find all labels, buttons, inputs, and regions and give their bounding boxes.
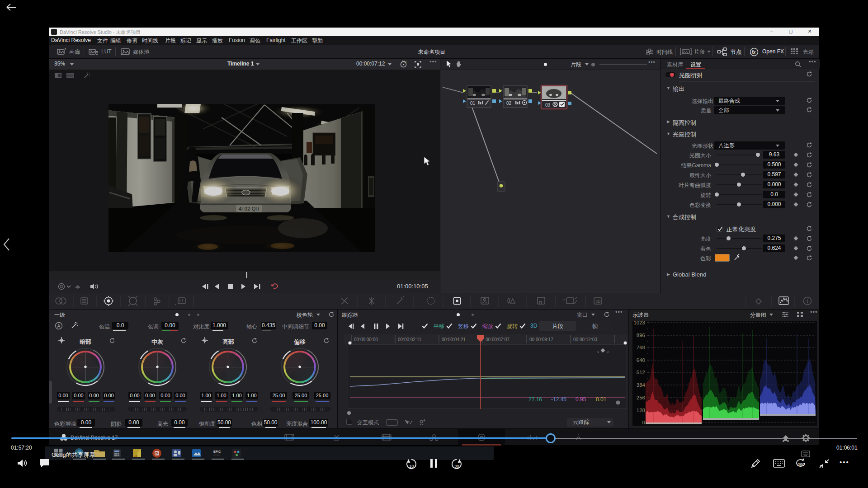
svg-text:30: 30 xyxy=(454,464,459,469)
svg-text:0: 0 xyxy=(642,420,645,425)
svg-text:-12.45: -12.45 xyxy=(551,396,566,403)
svg-text:512: 512 xyxy=(637,370,645,375)
svg-text:128: 128 xyxy=(637,408,645,413)
svg-text:3D: 3D xyxy=(595,299,601,304)
svg-text:0.01: 0.01 xyxy=(596,396,607,403)
svg-text:03: 03 xyxy=(545,103,551,108)
svg-text:10: 10 xyxy=(409,464,414,469)
svg-text:768: 768 xyxy=(637,345,645,350)
svg-text:02: 02 xyxy=(506,101,512,106)
svg-text:640: 640 xyxy=(637,357,645,363)
svg-text:256: 256 xyxy=(637,395,645,400)
svg-text:›: › xyxy=(607,349,609,354)
svg-text:EPIC: EPIC xyxy=(213,450,221,453)
svg-text:896: 896 xyxy=(637,333,645,338)
svg-text:384: 384 xyxy=(637,382,646,388)
svg-text:1023: 1023 xyxy=(633,321,645,325)
svg-text:27.16: 27.16 xyxy=(528,396,542,403)
svg-text:01: 01 xyxy=(470,101,476,106)
svg-text:‹: ‹ xyxy=(597,349,599,354)
svg-text:360: 360 xyxy=(797,462,805,467)
svg-text:P: P xyxy=(156,451,158,456)
svg-text:0.95: 0.95 xyxy=(576,396,586,403)
svg-text:fx: fx xyxy=(752,50,756,55)
